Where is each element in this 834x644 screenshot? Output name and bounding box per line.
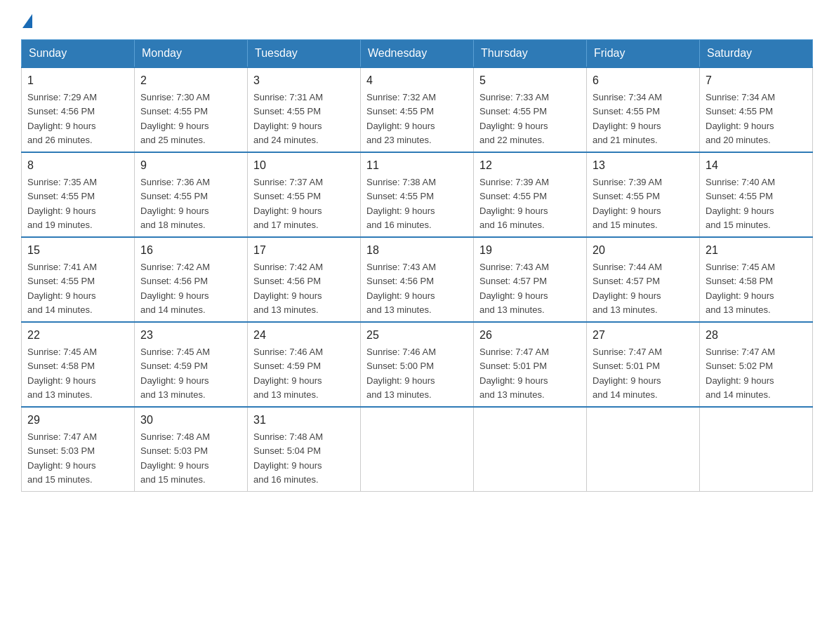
day-cell: 15 Sunrise: 7:41 AMSunset: 4:55 PMDaylig…: [22, 237, 135, 322]
day-cell: 18 Sunrise: 7:43 AMSunset: 4:56 PMDaylig…: [361, 237, 474, 322]
header-cell-sunday: Sunday: [22, 40, 135, 68]
day-info: Sunrise: 7:34 AMSunset: 4:55 PMDaylight:…: [593, 92, 662, 145]
day-cell: [700, 407, 813, 492]
day-info: Sunrise: 7:48 AMSunset: 5:04 PMDaylight:…: [253, 431, 323, 485]
day-info: Sunrise: 7:47 AMSunset: 5:01 PMDaylight:…: [479, 347, 549, 400]
day-number: 2: [140, 72, 241, 89]
week-row-3: 15 Sunrise: 7:41 AMSunset: 4:55 PMDaylig…: [22, 237, 813, 322]
day-number: 12: [479, 157, 581, 174]
day-cell: 25 Sunrise: 7:46 AMSunset: 5:00 PMDaylig…: [361, 322, 474, 407]
day-cell: 5 Sunrise: 7:33 AMSunset: 4:55 PMDayligh…: [474, 67, 587, 152]
day-info: Sunrise: 7:46 AMSunset: 4:59 PMDaylight:…: [253, 347, 323, 400]
day-info: Sunrise: 7:32 AMSunset: 4:55 PMDaylight:…: [366, 92, 436, 145]
day-info: Sunrise: 7:45 AMSunset: 4:59 PMDaylight:…: [140, 347, 210, 400]
day-number: 18: [366, 242, 468, 259]
day-cell: 17 Sunrise: 7:42 AMSunset: 4:56 PMDaylig…: [248, 237, 361, 322]
day-number: 10: [253, 157, 355, 174]
day-info: Sunrise: 7:30 AMSunset: 4:55 PMDaylight:…: [140, 92, 210, 145]
day-number: 20: [593, 242, 694, 259]
day-info: Sunrise: 7:39 AMSunset: 4:55 PMDaylight:…: [479, 177, 549, 230]
day-cell: 28 Sunrise: 7:47 AMSunset: 5:02 PMDaylig…: [700, 322, 813, 407]
week-row-1: 1 Sunrise: 7:29 AMSunset: 4:56 PMDayligh…: [22, 67, 813, 152]
day-cell: 30 Sunrise: 7:48 AMSunset: 5:03 PMDaylig…: [135, 407, 248, 492]
day-cell: 29 Sunrise: 7:47 AMSunset: 5:03 PMDaylig…: [22, 407, 135, 492]
day-cell: 6 Sunrise: 7:34 AMSunset: 4:55 PMDayligh…: [587, 67, 700, 152]
week-row-2: 8 Sunrise: 7:35 AMSunset: 4:55 PMDayligh…: [22, 152, 813, 237]
page-header: [21, 14, 813, 28]
day-cell: 20 Sunrise: 7:44 AMSunset: 4:57 PMDaylig…: [587, 237, 700, 322]
day-cell: 8 Sunrise: 7:35 AMSunset: 4:55 PMDayligh…: [22, 152, 135, 237]
day-info: Sunrise: 7:34 AMSunset: 4:55 PMDaylight:…: [706, 92, 775, 145]
day-cell: 4 Sunrise: 7:32 AMSunset: 4:55 PMDayligh…: [361, 67, 474, 152]
day-number: 16: [140, 242, 241, 259]
day-info: Sunrise: 7:33 AMSunset: 4:55 PMDaylight:…: [479, 92, 549, 145]
day-info: Sunrise: 7:42 AMSunset: 4:56 PMDaylight:…: [140, 262, 210, 315]
day-info: Sunrise: 7:47 AMSunset: 5:01 PMDaylight:…: [593, 347, 662, 400]
day-number: 19: [479, 242, 581, 259]
day-number: 3: [253, 72, 355, 89]
day-info: Sunrise: 7:29 AMSunset: 4:56 PMDaylight:…: [27, 92, 97, 145]
day-cell: 21 Sunrise: 7:45 AMSunset: 4:58 PMDaylig…: [700, 237, 813, 322]
day-info: Sunrise: 7:44 AMSunset: 4:57 PMDaylight:…: [593, 262, 662, 315]
day-cell: 26 Sunrise: 7:47 AMSunset: 5:01 PMDaylig…: [474, 322, 587, 407]
day-info: Sunrise: 7:36 AMSunset: 4:55 PMDaylight:…: [140, 177, 210, 230]
day-number: 6: [593, 72, 694, 89]
day-number: 4: [366, 72, 468, 89]
day-cell: [361, 407, 474, 492]
day-number: 13: [593, 157, 694, 174]
day-cell: 22 Sunrise: 7:45 AMSunset: 4:58 PMDaylig…: [22, 322, 135, 407]
day-cell: 13 Sunrise: 7:39 AMSunset: 4:55 PMDaylig…: [587, 152, 700, 237]
day-number: 5: [479, 72, 581, 89]
day-cell: 24 Sunrise: 7:46 AMSunset: 4:59 PMDaylig…: [248, 322, 361, 407]
week-row-5: 29 Sunrise: 7:47 AMSunset: 5:03 PMDaylig…: [22, 407, 813, 492]
day-number: 7: [706, 72, 807, 89]
day-info: Sunrise: 7:42 AMSunset: 4:56 PMDaylight:…: [253, 262, 323, 315]
day-cell: 11 Sunrise: 7:38 AMSunset: 4:55 PMDaylig…: [361, 152, 474, 237]
header-cell-thursday: Thursday: [474, 40, 587, 68]
day-cell: 31 Sunrise: 7:48 AMSunset: 5:04 PMDaylig…: [248, 407, 361, 492]
day-cell: [474, 407, 587, 492]
day-info: Sunrise: 7:45 AMSunset: 4:58 PMDaylight:…: [706, 262, 775, 315]
day-info: Sunrise: 7:43 AMSunset: 4:56 PMDaylight:…: [366, 262, 436, 315]
day-number: 9: [140, 157, 241, 174]
logo-triangle-icon: [22, 14, 32, 28]
day-number: 24: [253, 327, 355, 344]
day-number: 25: [366, 327, 468, 344]
day-number: 28: [706, 327, 807, 344]
day-cell: 14 Sunrise: 7:40 AMSunset: 4:55 PMDaylig…: [700, 152, 813, 237]
day-number: 22: [27, 327, 128, 344]
day-number: 21: [706, 242, 807, 259]
calendar-table: SundayMondayTuesdayWednesdayThursdayFrid…: [21, 39, 813, 492]
day-info: Sunrise: 7:39 AMSunset: 4:55 PMDaylight:…: [593, 177, 662, 230]
day-number: 15: [27, 242, 128, 259]
day-info: Sunrise: 7:38 AMSunset: 4:55 PMDaylight:…: [366, 177, 436, 230]
day-number: 11: [366, 157, 468, 174]
day-cell: 16 Sunrise: 7:42 AMSunset: 4:56 PMDaylig…: [135, 237, 248, 322]
day-number: 14: [706, 157, 807, 174]
header-row: SundayMondayTuesdayWednesdayThursdayFrid…: [22, 40, 813, 68]
day-info: Sunrise: 7:37 AMSunset: 4:55 PMDaylight:…: [253, 177, 323, 230]
day-cell: 19 Sunrise: 7:43 AMSunset: 4:57 PMDaylig…: [474, 237, 587, 322]
day-number: 23: [140, 327, 241, 344]
day-cell: 27 Sunrise: 7:47 AMSunset: 5:01 PMDaylig…: [587, 322, 700, 407]
logo: [21, 14, 32, 28]
header-cell-friday: Friday: [587, 40, 700, 68]
day-info: Sunrise: 7:41 AMSunset: 4:55 PMDaylight:…: [27, 262, 97, 315]
day-cell: 23 Sunrise: 7:45 AMSunset: 4:59 PMDaylig…: [135, 322, 248, 407]
day-cell: [587, 407, 700, 492]
day-cell: 10 Sunrise: 7:37 AMSunset: 4:55 PMDaylig…: [248, 152, 361, 237]
day-cell: 12 Sunrise: 7:39 AMSunset: 4:55 PMDaylig…: [474, 152, 587, 237]
header-cell-wednesday: Wednesday: [361, 40, 474, 68]
day-cell: 7 Sunrise: 7:34 AMSunset: 4:55 PMDayligh…: [700, 67, 813, 152]
day-info: Sunrise: 7:35 AMSunset: 4:55 PMDaylight:…: [27, 177, 97, 230]
header-cell-saturday: Saturday: [700, 40, 813, 68]
day-info: Sunrise: 7:43 AMSunset: 4:57 PMDaylight:…: [479, 262, 549, 315]
day-info: Sunrise: 7:47 AMSunset: 5:02 PMDaylight:…: [706, 347, 775, 400]
day-number: 30: [140, 412, 241, 429]
day-info: Sunrise: 7:31 AMSunset: 4:55 PMDaylight:…: [253, 92, 323, 145]
day-number: 1: [27, 72, 128, 89]
day-number: 31: [253, 412, 355, 429]
day-cell: 2 Sunrise: 7:30 AMSunset: 4:55 PMDayligh…: [135, 67, 248, 152]
day-info: Sunrise: 7:45 AMSunset: 4:58 PMDaylight:…: [27, 347, 97, 400]
day-cell: 3 Sunrise: 7:31 AMSunset: 4:55 PMDayligh…: [248, 67, 361, 152]
